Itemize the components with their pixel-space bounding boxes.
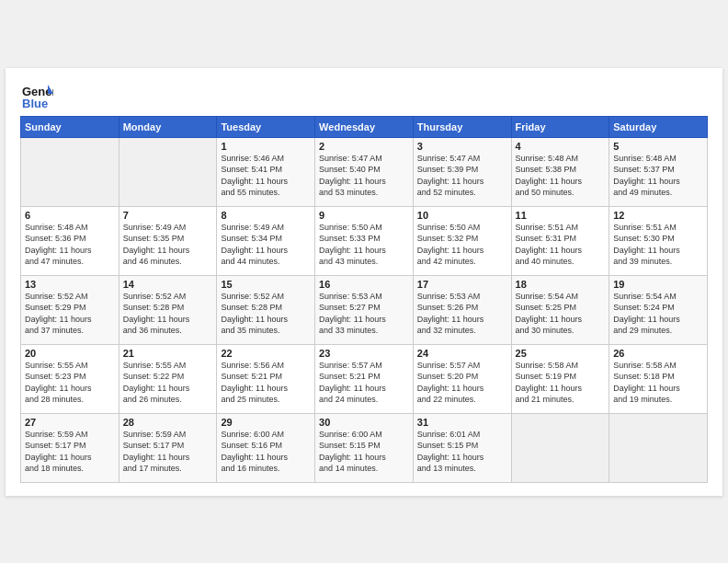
calendar-cell: 22Sunrise: 5:56 AMSunset: 5:21 PMDayligh… [217, 344, 315, 413]
svg-text:Blue: Blue [22, 97, 48, 110]
day-info: Sunrise: 5:52 AMSunset: 5:29 PMDaylight:… [25, 292, 92, 336]
day-info: Sunrise: 5:56 AMSunset: 5:21 PMDaylight:… [221, 361, 288, 405]
day-header-tuesday: Tuesday [217, 116, 315, 137]
day-info: Sunrise: 5:47 AMSunset: 5:40 PMDaylight:… [319, 154, 386, 198]
calendar-cell: 26Sunrise: 5:58 AMSunset: 5:18 PMDayligh… [609, 344, 708, 413]
day-number: 2 [319, 141, 409, 152]
day-info: Sunrise: 5:51 AMSunset: 5:30 PMDaylight:… [613, 223, 680, 267]
day-info: Sunrise: 5:54 AMSunset: 5:25 PMDaylight:… [516, 292, 583, 336]
calendar-cell: 28Sunrise: 5:59 AMSunset: 5:17 PMDayligh… [119, 413, 217, 482]
day-info: Sunrise: 5:52 AMSunset: 5:28 PMDaylight:… [123, 292, 190, 336]
logo-icon: General Blue [20, 77, 53, 110]
day-info: Sunrise: 5:48 AMSunset: 5:38 PMDaylight:… [516, 154, 583, 198]
day-info: Sunrise: 5:49 AMSunset: 5:34 PMDaylight:… [221, 223, 288, 267]
day-info: Sunrise: 5:58 AMSunset: 5:19 PMDaylight:… [516, 361, 583, 405]
day-header-wednesday: Wednesday [315, 116, 414, 137]
week-row-1: 1Sunrise: 5:46 AMSunset: 5:41 PMDaylight… [21, 137, 708, 206]
calendar-cell: 25Sunrise: 5:58 AMSunset: 5:19 PMDayligh… [511, 344, 609, 413]
day-info: Sunrise: 5:50 AMSunset: 5:33 PMDaylight:… [319, 223, 386, 267]
day-info: Sunrise: 6:00 AMSunset: 5:15 PMDaylight:… [319, 430, 386, 474]
day-info: Sunrise: 5:58 AMSunset: 5:18 PMDaylight:… [613, 361, 680, 405]
day-number: 15 [221, 279, 311, 290]
calendar-cell [21, 137, 119, 206]
day-number: 12 [613, 210, 703, 221]
calendar-cell: 7Sunrise: 5:49 AMSunset: 5:35 PMDaylight… [119, 206, 217, 275]
calendar-cell: 10Sunrise: 5:50 AMSunset: 5:32 PMDayligh… [413, 206, 511, 275]
calendar-cell: 17Sunrise: 5:53 AMSunset: 5:26 PMDayligh… [413, 275, 511, 344]
day-number: 24 [417, 348, 507, 359]
calendar-cell [511, 413, 609, 482]
day-number: 31 [417, 417, 507, 428]
calendar-cell: 23Sunrise: 5:57 AMSunset: 5:21 PMDayligh… [315, 344, 414, 413]
day-number: 25 [516, 348, 606, 359]
calendar-cell: 14Sunrise: 5:52 AMSunset: 5:28 PMDayligh… [119, 275, 217, 344]
day-number: 16 [319, 279, 409, 290]
day-number: 18 [516, 279, 606, 290]
day-info: Sunrise: 5:55 AMSunset: 5:23 PMDaylight:… [25, 361, 92, 405]
day-info: Sunrise: 5:50 AMSunset: 5:32 PMDaylight:… [417, 223, 484, 267]
day-info: Sunrise: 6:01 AMSunset: 5:15 PMDaylight:… [417, 430, 484, 474]
calendar-cell [119, 137, 217, 206]
day-info: Sunrise: 5:57 AMSunset: 5:21 PMDaylight:… [319, 361, 386, 405]
day-number: 3 [417, 141, 507, 152]
day-number: 30 [319, 417, 409, 428]
day-number: 1 [221, 141, 311, 152]
calendar-cell: 2Sunrise: 5:47 AMSunset: 5:40 PMDaylight… [315, 137, 414, 206]
day-number: 13 [25, 279, 115, 290]
calendar-cell: 1Sunrise: 5:46 AMSunset: 5:41 PMDaylight… [217, 137, 315, 206]
day-number: 7 [123, 210, 213, 221]
day-number: 20 [25, 348, 115, 359]
logo: General Blue [20, 77, 57, 110]
calendar-cell: 11Sunrise: 5:51 AMSunset: 5:31 PMDayligh… [511, 206, 609, 275]
calendar-cell: 12Sunrise: 5:51 AMSunset: 5:30 PMDayligh… [609, 206, 708, 275]
day-info: Sunrise: 5:53 AMSunset: 5:26 PMDaylight:… [417, 292, 484, 336]
calendar-cell: 6Sunrise: 5:48 AMSunset: 5:36 PMDaylight… [21, 206, 119, 275]
calendar-cell: 13Sunrise: 5:52 AMSunset: 5:29 PMDayligh… [21, 275, 119, 344]
week-row-3: 13Sunrise: 5:52 AMSunset: 5:29 PMDayligh… [21, 275, 708, 344]
day-header-monday: Monday [119, 116, 217, 137]
calendar-cell: 5Sunrise: 5:48 AMSunset: 5:37 PMDaylight… [609, 137, 708, 206]
calendar-cell: 31Sunrise: 6:01 AMSunset: 5:15 PMDayligh… [413, 413, 511, 482]
calendar-cell: 9Sunrise: 5:50 AMSunset: 5:33 PMDaylight… [315, 206, 414, 275]
day-header-saturday: Saturday [609, 116, 708, 137]
day-number: 11 [516, 210, 606, 221]
day-headers-row: SundayMondayTuesdayWednesdayThursdayFrid… [21, 116, 708, 137]
day-number: 21 [123, 348, 213, 359]
calendar-cell: 27Sunrise: 5:59 AMSunset: 5:17 PMDayligh… [21, 413, 119, 482]
week-row-4: 20Sunrise: 5:55 AMSunset: 5:23 PMDayligh… [21, 344, 708, 413]
day-info: Sunrise: 5:52 AMSunset: 5:28 PMDaylight:… [221, 292, 288, 336]
day-info: Sunrise: 5:48 AMSunset: 5:37 PMDaylight:… [613, 154, 680, 198]
calendar-cell: 4Sunrise: 5:48 AMSunset: 5:38 PMDaylight… [511, 137, 609, 206]
day-info: Sunrise: 5:54 AMSunset: 5:24 PMDaylight:… [613, 292, 680, 336]
calendar-cell: 18Sunrise: 5:54 AMSunset: 5:25 PMDayligh… [511, 275, 609, 344]
week-row-5: 27Sunrise: 5:59 AMSunset: 5:17 PMDayligh… [21, 413, 708, 482]
day-number: 28 [123, 417, 213, 428]
day-info: Sunrise: 6:00 AMSunset: 5:16 PMDaylight:… [221, 430, 288, 474]
day-info: Sunrise: 5:47 AMSunset: 5:39 PMDaylight:… [417, 154, 484, 198]
calendar-cell [609, 413, 708, 482]
day-number: 23 [319, 348, 409, 359]
calendar-cell: 24Sunrise: 5:57 AMSunset: 5:20 PMDayligh… [413, 344, 511, 413]
day-number: 5 [613, 141, 703, 152]
day-info: Sunrise: 5:59 AMSunset: 5:17 PMDaylight:… [25, 430, 92, 474]
calendar-header: General Blue [20, 77, 708, 110]
day-number: 14 [123, 279, 213, 290]
day-number: 10 [417, 210, 507, 221]
day-info: Sunrise: 5:48 AMSunset: 5:36 PMDaylight:… [25, 223, 92, 267]
day-number: 8 [221, 210, 311, 221]
day-info: Sunrise: 5:51 AMSunset: 5:31 PMDaylight:… [516, 223, 583, 267]
calendar-cell: 3Sunrise: 5:47 AMSunset: 5:39 PMDaylight… [413, 137, 511, 206]
day-number: 26 [613, 348, 703, 359]
day-number: 9 [319, 210, 409, 221]
day-number: 6 [25, 210, 115, 221]
day-number: 17 [417, 279, 507, 290]
calendar-cell: 15Sunrise: 5:52 AMSunset: 5:28 PMDayligh… [217, 275, 315, 344]
day-number: 4 [516, 141, 606, 152]
calendar-cell: 16Sunrise: 5:53 AMSunset: 5:27 PMDayligh… [315, 275, 414, 344]
week-row-2: 6Sunrise: 5:48 AMSunset: 5:36 PMDaylight… [21, 206, 708, 275]
calendar-cell: 29Sunrise: 6:00 AMSunset: 5:16 PMDayligh… [217, 413, 315, 482]
calendar-cell: 19Sunrise: 5:54 AMSunset: 5:24 PMDayligh… [609, 275, 708, 344]
calendar-cell: 21Sunrise: 5:55 AMSunset: 5:22 PMDayligh… [119, 344, 217, 413]
day-number: 29 [221, 417, 311, 428]
day-number: 19 [613, 279, 703, 290]
